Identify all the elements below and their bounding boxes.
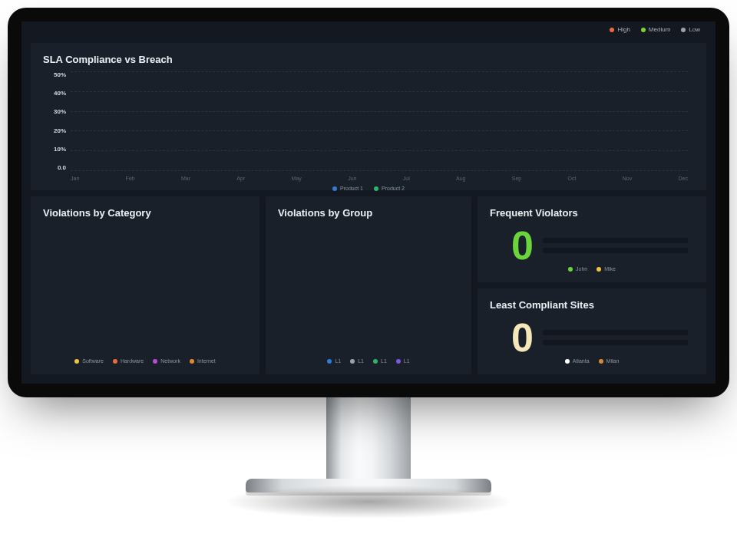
bar [543,330,688,335]
legend-item-mike[interactable]: Mike [597,266,616,272]
legend-item-low: Low [681,26,700,33]
y-axis-labels: 50% 40% 30% 20% 10% 0.0 [43,71,71,171]
legend-item-l1-1[interactable]: L1 [327,358,341,364]
x-tick: Jun [348,176,356,181]
dot-icon [597,267,601,272]
legend-item-network[interactable]: Network [153,358,180,364]
dot-icon [373,359,378,364]
sla-compliance-chart-panel: SLA Compliance vs Breach 50% 40% 30% 20%… [31,43,706,190]
frequent-violators-panel: Frequent Violators 0 John [478,196,706,282]
x-tick: Jan [71,176,79,181]
legend-label: L1 [358,358,364,364]
legend-label: Milan [606,358,620,364]
legend-item-john[interactable]: John [568,266,587,272]
monitor-stand-neck [326,396,411,480]
y-tick: 30% [43,108,66,115]
legend-item-product1[interactable]: Product 1 [332,186,363,191]
dot-icon [74,359,79,364]
legend-label: John [576,266,587,272]
chart-plot-area[interactable]: 50% 40% 30% 20% 10% 0.0 [71,71,688,171]
dot-icon [641,28,646,32]
legend-label: L1 [404,358,410,364]
y-tick: 50% [43,71,66,78]
legend-label: Network [160,358,180,364]
y-tick: 20% [43,127,66,134]
metric-bars [543,238,688,253]
x-tick: Aug [456,176,465,181]
y-tick: 0.0 [43,164,66,171]
monitor-shadow [223,485,514,519]
bar [543,238,688,243]
legend-item-l1-4[interactable]: L1 [396,358,410,364]
legend-item-l1-2[interactable]: L1 [350,358,364,364]
panel-title: Frequent Violators [490,207,694,219]
legend-label: Software [82,358,104,364]
x-axis-labels: Jan Feb Mar Apr May Jun Jul Aug Sep Oct … [71,176,688,181]
x-tick: Mar [181,176,190,181]
dot-icon [565,359,570,364]
panel-title: SLA Compliance vs Breach [43,54,694,65]
y-tick: 10% [43,146,66,153]
violations-by-group-panel: Violations by Group L1 L1 L1 [266,196,471,374]
legend-item-l1-3[interactable]: L1 [373,358,387,364]
metric-value: 0 [511,318,534,357]
legend-label: High [617,26,630,33]
legend-item-milan[interactable]: Milan [599,358,620,364]
legend-item-atlanta[interactable]: Atlanta [565,358,590,364]
violations-by-category-panel: Violations by Category Software Hardware [31,196,259,374]
x-tick: Sep [512,176,521,181]
lcs-legend: Atlanta Milan [490,358,694,364]
dot-icon [599,359,603,364]
x-tick: May [292,176,302,181]
legend-label: Atlanta [573,358,590,364]
gridlines [71,71,688,171]
dot-icon [190,359,194,364]
dot-icon [350,359,355,364]
dot-icon [153,359,157,364]
legend-label: Product 2 [382,186,405,191]
x-tick: Oct [568,176,577,181]
x-tick: Apr [236,176,245,181]
chart-legend: Product 1 Product 2 [43,186,694,191]
dot-icon [610,28,614,32]
dot-icon [327,359,332,364]
y-tick: 40% [43,90,66,97]
right-stack: Frequent Violators 0 John [478,196,706,374]
legend-label: Low [689,26,700,33]
bottom-row: Violations by Category Software Hardware [31,196,706,374]
legend-label: Mike [604,266,616,272]
dot-icon [396,359,401,364]
legend-item-internet[interactable]: Internet [190,358,216,364]
least-compliant-sites-panel: Least Compliant Sites 0 Atlanta [478,288,706,374]
panel-title: Violations by Group [278,207,459,219]
panel-title: Least Compliant Sites [490,299,694,311]
legend-item-medium: Medium [641,26,670,33]
dot-icon [113,359,117,364]
legend-item-software[interactable]: Software [74,358,104,364]
legend-label: L1 [335,358,341,364]
dashboard-screen: High Medium Low SLA Compliance vs Breach… [21,21,716,384]
legend-label: Medium [649,26,670,33]
metric-bars [543,330,688,345]
x-tick: Feb [126,176,135,181]
category-legend: Software Hardware Network Internet [43,358,247,364]
dot-icon [568,267,573,272]
legend-item-hardware[interactable]: Hardware [113,358,144,364]
group-legend: L1 L1 L1 L1 [278,358,459,364]
bar [543,248,688,253]
monitor-bezel: High Medium Low SLA Compliance vs Breach… [8,8,729,397]
monitor-mockup: High Medium Low SLA Compliance vs Breach… [8,8,729,519]
panel-title: Violations by Category [43,207,247,219]
metric-body: 0 [490,225,694,266]
legend-label: Internet [197,358,216,364]
top-legend: High Medium Low [610,26,700,33]
metric-value: 0 [511,226,534,265]
legend-item-product2[interactable]: Product 2 [374,186,405,191]
legend-label: Product 1 [340,186,363,191]
x-tick: Jul [403,176,410,181]
legend-item-high: High [610,26,630,33]
x-tick: Nov [623,176,632,181]
x-tick: Dec [679,176,688,181]
dot-icon [681,28,686,32]
metric-body: 0 [490,317,694,358]
